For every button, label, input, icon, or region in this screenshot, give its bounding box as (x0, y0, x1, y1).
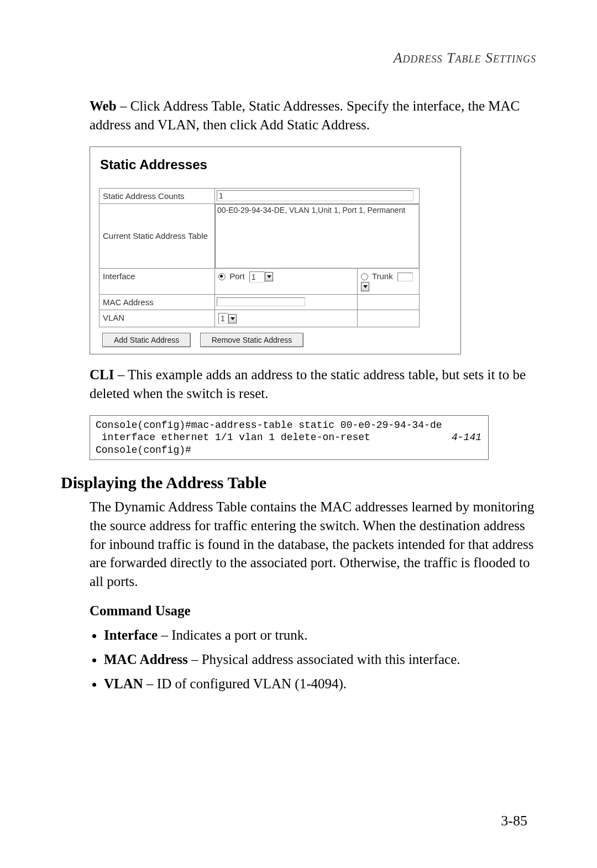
mac-label: MAC Address (100, 295, 215, 310)
cli-code-block: Console(config)#mac-address-table static… (90, 415, 489, 461)
interface-label: Interface (100, 268, 215, 295)
count-label: Static Address Counts (100, 188, 215, 203)
command-usage-heading: Command Usage (90, 603, 536, 619)
web-lead: Web (90, 98, 117, 113)
cli-lead: CLI (90, 367, 114, 382)
desc: – Physical address associated with this … (188, 652, 460, 667)
section-heading: Displaying the Address Table (61, 473, 536, 492)
term: Interface (104, 628, 158, 642)
cli-text: – This example adds an address to the st… (90, 367, 526, 401)
desc: – Indicates a port or trunk. (158, 628, 307, 642)
list-item: MAC Address – Physical address associate… (104, 649, 536, 671)
remove-static-address-button[interactable]: Remove Static Address (200, 333, 304, 347)
add-static-address-button[interactable]: Add Static Address (102, 333, 191, 347)
trunk-dropdown-icon[interactable] (361, 282, 369, 291)
list-item: Interface – Indicates a port or trunk. (104, 624, 536, 646)
cli-code: Console(config)#mac-address-table static… (96, 420, 442, 456)
web-text: – Click Address Table, Static Addresses.… (90, 98, 520, 132)
cli-page-ref: 4-141 (452, 431, 481, 444)
trunk-radio[interactable] (361, 273, 368, 280)
vlan-dropdown-icon[interactable] (228, 314, 237, 323)
list-item[interactable]: 00-E0-29-94-34-DE, VLAN 1,Unit 1, Port 1… (217, 206, 417, 215)
port-dropdown-icon[interactable] (265, 272, 273, 281)
term: VLAN (104, 676, 143, 691)
mac-input[interactable] (217, 297, 305, 306)
port-radio-label: Port (229, 271, 245, 281)
desc: – ID of configured VLAN (1-4094). (143, 676, 347, 691)
command-usage-list: Interface – Indicates a port or trunk. M… (90, 624, 536, 695)
static-addresses-panel: Static Addresses Static Address Counts 1… (90, 147, 461, 355)
port-radio[interactable] (218, 273, 226, 280)
port-select-value[interactable]: 1 (249, 271, 265, 283)
running-header: Address Table Settings (61, 50, 536, 66)
settings-table: Static Address Counts 1 Current Static A… (99, 188, 420, 328)
address-listbox[interactable]: 00-E0-29-94-34-DE, VLAN 1,Unit 1, Port 1… (215, 204, 419, 268)
cli-instruction: CLI – This example adds an address to th… (90, 365, 536, 403)
trunk-select-value[interactable] (397, 273, 413, 281)
panel-title: Static Addresses (100, 157, 454, 172)
section-paragraph: The Dynamic Address Table contains the M… (90, 498, 536, 591)
list-item: VLAN – ID of configured VLAN (1-4094). (104, 673, 536, 695)
vlan-label: VLAN (100, 310, 215, 327)
count-field: 1 (217, 190, 413, 201)
term: MAC Address (104, 652, 188, 667)
page-number: 3-85 (501, 813, 527, 829)
current-table-label: Current Static Address Table (100, 203, 215, 268)
vlan-select-value[interactable]: 1 (218, 313, 228, 324)
trunk-radio-label: Trunk (372, 271, 393, 281)
web-instruction: Web – Click Address Table, Static Addres… (90, 97, 536, 134)
